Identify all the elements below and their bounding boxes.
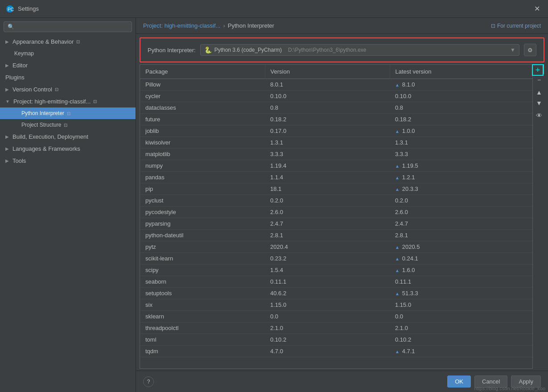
table-row[interactable]: dataclasses0.80.8 bbox=[140, 102, 532, 114]
search-input[interactable] bbox=[17, 24, 128, 30]
package-name: python-dateutil bbox=[140, 230, 265, 241]
package-name: cycler bbox=[140, 91, 265, 102]
table-row[interactable]: six1.15.01.15.0 bbox=[140, 299, 532, 311]
package-latest: ▲ 20.3.3 bbox=[390, 183, 532, 195]
cancel-button[interactable]: Cancel bbox=[474, 375, 507, 388]
table-row[interactable]: pandas1.1.4▲ 1.2.1 bbox=[140, 172, 532, 183]
breadcrumb-project[interactable]: Project: high-emitting-classif... bbox=[143, 22, 220, 29]
chevron-down-icon: ▼ bbox=[510, 47, 515, 53]
packages-table-container[interactable]: Package Version Latest version Pillow8.0… bbox=[140, 64, 533, 369]
table-row[interactable]: cycler0.10.00.10.0 bbox=[140, 91, 532, 102]
table-row[interactable]: pyclust0.2.00.2.0 bbox=[140, 195, 532, 206]
copy-icon: ⊡ bbox=[64, 123, 67, 128]
package-latest: 1.15.0 bbox=[390, 299, 532, 311]
close-button[interactable]: ✕ bbox=[532, 4, 543, 14]
sidebar-item-appearance[interactable]: ▶ Appearance & Behavior ⊡ bbox=[0, 36, 136, 48]
copy-icon: ⊡ bbox=[76, 39, 80, 44]
table-row[interactable]: python-dateutil2.8.12.8.1 bbox=[140, 230, 532, 241]
interpreter-name: Python 3.6 (code_PyCharm) bbox=[214, 47, 282, 53]
table-row[interactable]: matplotlib3.3.33.3.3 bbox=[140, 149, 532, 160]
scroll-up-button[interactable]: ▲ bbox=[534, 87, 544, 97]
package-name: matplotlib bbox=[140, 149, 265, 160]
action-bar: + − ▲ ▼ 👁 bbox=[534, 64, 544, 369]
apply-button[interactable]: Apply bbox=[511, 375, 541, 388]
sidebar-item-editor[interactable]: ▶ Editor bbox=[0, 59, 136, 71]
python-icon: 🐍 bbox=[204, 46, 212, 54]
remove-button[interactable]: − bbox=[534, 75, 544, 85]
package-latest: ▲ 4.7.1 bbox=[390, 346, 532, 357]
settings-dialog: PC Settings ✕ 🔍 ▶ Appearance & Behavior … bbox=[0, 0, 548, 392]
package-version: 0.10.0 bbox=[265, 91, 390, 102]
package-version: 2.6.0 bbox=[265, 206, 390, 218]
table-row[interactable]: pytz2020.4▲ 2020.5 bbox=[140, 241, 532, 253]
package-latest: ▲ 0.24.1 bbox=[390, 253, 532, 264]
package-name: dataclasses bbox=[140, 102, 265, 114]
interpreter-section: Python Interpreter: 🐍 Python 3.6 (code_P… bbox=[140, 37, 544, 62]
gear-icon: ⚙ bbox=[527, 47, 533, 54]
breadcrumb-separator: › bbox=[223, 22, 225, 29]
sidebar-item-version-control[interactable]: ▶ Version Control ⊡ bbox=[0, 83, 136, 95]
table-row[interactable]: pyparsing2.4.72.4.7 bbox=[140, 218, 532, 230]
sidebar-item-project-structure[interactable]: Project Structure ⊡ bbox=[0, 119, 136, 131]
sidebar-item-plugins[interactable]: Plugins bbox=[0, 71, 136, 83]
table-row[interactable]: future0.18.20.18.2 bbox=[140, 114, 532, 125]
table-row[interactable]: seaborn0.11.10.11.1 bbox=[140, 276, 532, 288]
package-latest: ▲ 2020.5 bbox=[390, 241, 532, 253]
eye-button[interactable]: 👁 bbox=[534, 111, 544, 120]
copy-icon: ⊡ bbox=[67, 111, 70, 116]
package-latest: 1.3.1 bbox=[390, 137, 532, 149]
package-name: pip bbox=[140, 183, 265, 195]
sidebar-item-label: Project Structure bbox=[21, 122, 61, 128]
package-version: 1.1.4 bbox=[265, 172, 390, 183]
package-latest: 0.18.2 bbox=[390, 114, 532, 125]
scroll-down-button[interactable]: ▼ bbox=[534, 98, 544, 108]
sidebar-item-label: Languages & Frameworks bbox=[12, 145, 80, 152]
packages-table: Package Version Latest version Pillow8.0… bbox=[140, 65, 532, 357]
table-row[interactable]: toml0.10.20.10.2 bbox=[140, 334, 532, 346]
upgrade-arrow-icon: ▲ bbox=[395, 187, 401, 192]
table-row[interactable]: Pillow8.0.1▲ 8.1.0 bbox=[140, 79, 532, 91]
gear-button[interactable]: ⚙ bbox=[524, 44, 536, 56]
interpreter-dropdown[interactable]: 🐍 Python 3.6 (code_PyCharm) D:\Python\Py… bbox=[200, 44, 519, 56]
sidebar-item-keymap[interactable]: Keymap bbox=[0, 48, 136, 59]
package-version: 0.0 bbox=[265, 311, 390, 322]
content-area: 🔍 ▶ Appearance & Behavior ⊡ Keymap ▶ Edi… bbox=[0, 18, 548, 392]
arrow-icon: ▶ bbox=[5, 87, 9, 92]
table-row[interactable]: threadpoolctl2.1.02.1.0 bbox=[140, 322, 532, 334]
sidebar-item-tools[interactable]: ▶ Tools bbox=[0, 155, 136, 167]
table-row[interactable]: pycodestyle2.6.02.6.0 bbox=[140, 206, 532, 218]
search-icon: 🔍 bbox=[8, 24, 14, 30]
help-button[interactable]: ? bbox=[143, 376, 154, 387]
sidebar-item-build[interactable]: ▶ Build, Execution, Deployment bbox=[0, 131, 136, 143]
upgrade-arrow-icon: ▲ bbox=[395, 256, 401, 261]
package-latest: 3.3.3 bbox=[390, 149, 532, 160]
package-name: toml bbox=[140, 334, 265, 346]
package-name: future bbox=[140, 114, 265, 125]
package-version: 1.19.4 bbox=[265, 160, 390, 172]
table-row[interactable]: tqdm4.7.0▲ 4.7.1 bbox=[140, 346, 532, 357]
table-row[interactable]: setuptools40.6.2▲ 51.3.3 bbox=[140, 288, 532, 299]
table-row[interactable]: sklearn0.00.0 bbox=[140, 311, 532, 322]
package-latest: 2.4.7 bbox=[390, 218, 532, 230]
package-version: 2.1.0 bbox=[265, 322, 390, 334]
search-box[interactable]: 🔍 bbox=[4, 21, 132, 32]
package-version: 4.7.0 bbox=[265, 346, 390, 357]
sidebar-item-languages[interactable]: ▶ Languages & Frameworks bbox=[0, 143, 136, 155]
upgrade-arrow-icon: ▲ bbox=[395, 175, 401, 180]
sidebar-item-label: Keymap bbox=[14, 50, 34, 57]
package-name: threadpoolctl bbox=[140, 322, 265, 334]
col-latest: Latest version bbox=[390, 65, 532, 79]
package-name: scipy bbox=[140, 264, 265, 276]
table-row[interactable]: joblib0.17.0▲ 1.0.0 bbox=[140, 125, 532, 137]
add-package-button[interactable]: + bbox=[532, 64, 544, 76]
table-row[interactable]: scipy1.5.4▲ 1.6.0 bbox=[140, 264, 532, 276]
table-row[interactable]: pip18.1▲ 20.3.3 bbox=[140, 183, 532, 195]
table-row[interactable]: kiwisolver1.3.11.3.1 bbox=[140, 137, 532, 149]
sidebar-item-python-interpreter[interactable]: Python Interpreter ⊡ bbox=[0, 107, 136, 119]
sidebar-item-project[interactable]: ▼ Project: high-emitting-classif... ⊡ bbox=[0, 95, 136, 107]
package-version: 0.2.0 bbox=[265, 195, 390, 206]
ok-button[interactable]: OK bbox=[447, 375, 471, 388]
sidebar-item-label: Python Interpreter bbox=[21, 110, 64, 116]
table-row[interactable]: scikit-learn0.23.2▲ 0.24.1 bbox=[140, 253, 532, 264]
table-row[interactable]: numpy1.19.4▲ 1.19.5 bbox=[140, 160, 532, 172]
